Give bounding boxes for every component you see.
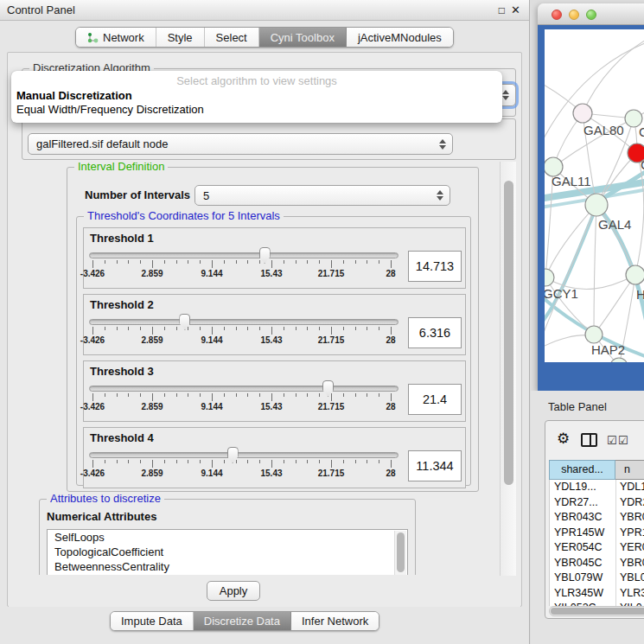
control-panel-window: Control Panel □ ✕ NetworkStyleSelectCyni… — [0, 0, 530, 644]
control-panel-title: Control Panel — [7, 0, 75, 21]
table-row[interactable]: YER054CYER0 — [550, 540, 644, 556]
tab-label: Impute Data — [121, 615, 182, 628]
attribute-item[interactable]: SelfLoops — [48, 530, 407, 545]
column-header-shared-name[interactable]: shared... — [549, 460, 615, 480]
slider-track[interactable] — [89, 386, 399, 392]
float-window-icon[interactable]: □ — [499, 0, 505, 21]
cell-shared-name[interactable]: YDR27... — [550, 495, 616, 511]
network-node-hap2[interactable] — [585, 326, 603, 343]
slider-track[interactable] — [89, 252, 399, 258]
network-node-gcy1[interactable] — [545, 269, 554, 286]
tab-label: Infer Network — [302, 615, 368, 628]
threshold-value-field[interactable]: 11.344 — [408, 450, 462, 481]
attributes-scrollbar-thumb[interactable] — [397, 532, 405, 572]
algorithm-option-equal-width[interactable]: Equal Width/Frequency Discretization — [16, 103, 204, 116]
algorithm-option-manual[interactable]: Manual Discretization — [16, 89, 132, 102]
attribute-item[interactable]: TopologicalCoefficient — [48, 545, 407, 559]
threshold-value-field[interactable]: 14.713 — [408, 251, 462, 282]
tick-label: 9.144 — [201, 469, 222, 478]
table-panel: ⚙ ☑ ☑ shared... n YDL19...YDL1YDR27...YD… — [545, 420, 644, 619]
cell-name[interactable]: YLR3 — [616, 586, 644, 602]
table-horizontal-scrollbar[interactable] — [549, 606, 644, 616]
checkbox-icon[interactable]: ☑ — [618, 434, 628, 447]
cell-name[interactable]: YDR2 — [616, 495, 644, 511]
table-row[interactable]: YPR145WYPR1 — [550, 526, 644, 541]
cell-name[interactable]: YBR0 — [616, 556, 644, 571]
slider-track[interactable] — [89, 319, 399, 325]
network-node-h[interactable] — [626, 265, 644, 284]
cell-name[interactable]: YER0 — [616, 540, 644, 556]
attributes-list-scrollbar[interactable] — [394, 531, 406, 575]
slider-track[interactable] — [89, 452, 399, 458]
tick-label: 15.43 — [260, 402, 282, 411]
apply-button[interactable]: Apply — [207, 581, 260, 601]
slider-tick-labels: -3.4262.8599.14415.4321.71528 — [92, 402, 391, 412]
cell-shared-name[interactable]: YBR045C — [550, 556, 616, 571]
cell-shared-name[interactable]: YBL079W — [550, 571, 616, 586]
threshold-slider[interactable]: -3.4262.8599.14415.4321.71528 — [89, 444, 401, 488]
cyni-toolbox-panel: Discretization Algorithm Select algorith… — [7, 52, 522, 607]
cell-name[interactable]: YPR1 — [616, 526, 644, 541]
tab-style[interactable]: Style — [156, 28, 205, 47]
column-header-name[interactable]: n — [615, 460, 644, 480]
cell-name[interactable]: YBR0 — [616, 510, 644, 526]
table-data-group: Table Data galFiltered.sif default node — [22, 118, 516, 160]
split-columns-icon[interactable] — [581, 433, 597, 447]
threshold-value-field[interactable]: 6.316 — [408, 317, 462, 348]
slider-tick-labels: -3.4262.8599.14415.4321.71528 — [92, 469, 391, 479]
table-row[interactable]: YDR27...YDR2 — [550, 495, 644, 511]
slider-ticks — [92, 460, 391, 469]
cell-name[interactable]: YBL0 — [616, 571, 644, 586]
numerical-attributes-list[interactable]: SelfLoopsTopologicalCoefficientBetweenne… — [47, 529, 408, 575]
tab-discretize-data[interactable]: Discretize Data — [194, 612, 291, 630]
table-row[interactable]: YBR045CYBR0 — [550, 556, 644, 571]
gear-icon[interactable]: ⚙ — [557, 430, 570, 447]
network-node-gal80[interactable] — [573, 104, 592, 123]
close-traffic-light-icon[interactable] — [552, 10, 562, 20]
slider-tick-labels: -3.4262.8599.14415.4321.71528 — [92, 269, 391, 279]
minimize-traffic-light-icon[interactable] — [569, 10, 579, 20]
table-row[interactable]: YLR345WYLR3 — [550, 586, 644, 602]
table-row[interactable]: YBL079WYBL0 — [550, 571, 644, 586]
checkbox-icon[interactable]: ☑ — [607, 434, 617, 447]
cell-name[interactable]: YDL1 — [616, 480, 644, 495]
interval-definition-title: Interval Definition — [74, 162, 168, 173]
slider-ticks — [92, 393, 391, 402]
tab-select[interactable]: Select — [205, 28, 259, 47]
tick-label: 28 — [386, 269, 395, 278]
threshold-slider[interactable]: -3.4262.8599.14415.4321.71528 — [89, 311, 401, 354]
panel-vertical-scrollbar[interactable] — [500, 162, 516, 606]
combo-spinner-icon — [439, 139, 446, 150]
threshold-slider[interactable]: -3.4262.8599.14415.4321.71528 — [89, 378, 401, 421]
close-icon[interactable]: ✕ — [511, 0, 520, 21]
number-of-intervals-combo[interactable]: 5 — [194, 185, 450, 206]
cell-shared-name[interactable]: YDL19... — [550, 480, 616, 495]
table-hscrollbar-thumb[interactable] — [551, 608, 644, 615]
network-graph: GAL80GCGAL11GAL4GCY1HHAP2 — [545, 29, 644, 362]
tick-label: -3.426 — [80, 269, 105, 278]
node-label-gal11: GAL11 — [552, 174, 591, 188]
cell-shared-name[interactable]: YPR145W — [550, 526, 616, 541]
network-canvas[interactable]: GAL80GCGAL11GAL4GCY1HHAP2 — [545, 29, 644, 362]
algorithm-dropdown-popup: Select algorithm to view settings Manual… — [11, 71, 502, 123]
node-label-gal80: GAL80 — [583, 123, 624, 137]
interval-definition-group: Interval Definition Number of Intervals … — [67, 167, 479, 492]
cell-shared-name[interactable]: YER054C — [550, 540, 616, 556]
cell-shared-name[interactable]: YLR345W — [550, 586, 616, 602]
threshold-value-field[interactable]: 21.4 — [408, 384, 462, 415]
table-data-combo[interactable]: galFiltered.sif default node — [28, 133, 453, 155]
table-row[interactable]: YBR043CYBR0 — [550, 510, 644, 526]
tab-network[interactable]: Network — [76, 28, 156, 47]
tab-jactivemnodules[interactable]: jActiveMNodules — [347, 28, 453, 47]
panel-scrollbar-thumb[interactable] — [504, 181, 513, 485]
node-label-gcy1: GCY1 — [545, 286, 578, 301]
cell-shared-name[interactable]: YBR043C — [550, 510, 616, 526]
tab-impute-data[interactable]: Impute Data — [111, 612, 194, 630]
tab-infer-network[interactable]: Infer Network — [291, 612, 379, 630]
zoom-traffic-light-icon[interactable] — [586, 10, 596, 20]
network-node-gal4[interactable] — [585, 194, 608, 216]
threshold-slider[interactable]: -3.4262.8599.14415.4321.71528 — [89, 245, 401, 288]
tab-cyni-toolbox[interactable]: Cyni Toolbox — [259, 28, 347, 47]
table-row[interactable]: YDL19...YDL1 — [550, 480, 644, 495]
attribute-item[interactable]: BetweennessCentrality — [48, 559, 407, 574]
